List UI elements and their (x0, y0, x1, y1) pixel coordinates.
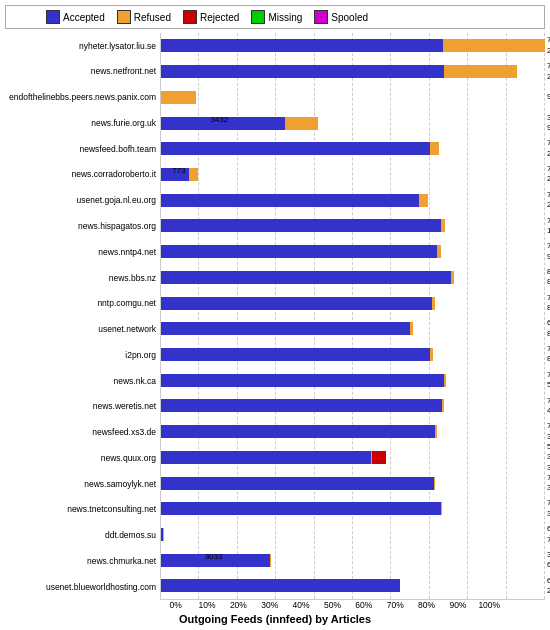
bar-segment (435, 425, 436, 438)
legend-color-box (251, 10, 265, 24)
bar-segment (161, 322, 410, 335)
bar-segment (161, 297, 432, 310)
y-label: usenet.network (98, 319, 156, 339)
x-label: 0% (160, 600, 191, 610)
bar-row: 7767137 (161, 217, 545, 235)
bar-row: 804488 (161, 268, 545, 286)
y-label: news.netfront.net (91, 62, 156, 82)
bar-segment (161, 39, 443, 52)
bar-segment (161, 399, 442, 412)
bar-inside-label: 773 (172, 166, 185, 175)
bar-inside-label: 3432 (210, 115, 228, 124)
y-label: news.quux.org (101, 448, 156, 468)
y-label: news.tnetconsulting.net (67, 500, 156, 520)
bar-inside-label: 3033 (205, 552, 223, 561)
y-label: news.samoylyk.net (84, 474, 156, 494)
x-label: 70% (380, 600, 411, 610)
bar-row: 78322836 (161, 37, 545, 55)
bar-segment (161, 374, 444, 387)
x-label: 60% (348, 600, 379, 610)
legend-item: Spooled (314, 10, 368, 24)
legend-label: Refused (134, 12, 171, 23)
bar-segment (161, 65, 444, 78)
y-label: news.weretis.net (93, 397, 156, 417)
x-label: 90% (442, 600, 473, 610)
x-axis-labels: 0%10%20%30%40%50%60%70%80%90%100% (5, 600, 545, 610)
legend-color-box (183, 10, 197, 24)
legend-item: Accepted (46, 10, 105, 24)
legend-label: Accepted (63, 12, 105, 23)
y-label: newsfeed.xs3.de (92, 422, 156, 442)
x-label: 50% (317, 600, 348, 610)
bar-segment (161, 194, 419, 207)
y-label: nntp.comgu.net (97, 294, 156, 314)
bar-segment (161, 245, 437, 258)
legend-color-box (117, 10, 131, 24)
legend-color-box (46, 10, 60, 24)
bar-segment (442, 399, 444, 412)
bar-segment (161, 451, 371, 464)
legend-label: Rejected (200, 12, 239, 23)
bar-segment (372, 451, 386, 464)
legend-item: Missing (251, 10, 302, 24)
y-label: endofthelinebbs.peers.news.panix.com (9, 87, 156, 107)
y-label: usenet.blueworldhosting.com (46, 577, 156, 597)
bar-row: 34329353432 (161, 114, 545, 132)
bar-row: 781947 (161, 397, 545, 415)
bar-segment (410, 322, 413, 335)
legend-label: Missing (268, 12, 302, 23)
y-labels: nyheter.lysator.liu.senews.netfront.nete… (5, 33, 160, 600)
bar-segment (161, 348, 430, 361)
bars-and-grid: 7832283678532026972343293534327461264773… (160, 33, 545, 600)
x-label: 30% (254, 600, 285, 610)
chart-area: nyheter.lysator.liu.senews.netfront.nete… (5, 33, 545, 625)
bar-row: 762238 (161, 423, 545, 441)
bar-row: 785553 (161, 371, 545, 389)
bar-row: 647 (161, 526, 545, 544)
x-label: 80% (411, 600, 442, 610)
x-label: 100% (474, 600, 505, 610)
bar-segment (161, 502, 441, 515)
legend-label: Spooled (331, 12, 368, 23)
bar-segment (432, 297, 435, 310)
y-label: nyheter.lysator.liu.se (79, 36, 156, 56)
legend-item: Refused (117, 10, 171, 24)
x-label: 40% (285, 600, 316, 610)
y-label: news.chmurka.net (87, 551, 156, 571)
y-label: ddt.demos.su (105, 525, 156, 545)
bar-row: 753483 (161, 294, 545, 312)
bar-row: 78532026 (161, 63, 545, 81)
bar-segment (451, 271, 454, 284)
bar-segment (434, 477, 435, 490)
bar-segment (441, 219, 446, 232)
y-label: news.furie.org.uk (91, 113, 156, 133)
bar-segment (161, 219, 441, 232)
x-label: 10% (191, 600, 222, 610)
bar-row: 66462 (161, 577, 545, 595)
bar-segment (189, 168, 198, 181)
y-label: usenet.goja.nl.eu.org (77, 190, 156, 210)
y-label: news.nk.ca (113, 371, 156, 391)
bar-row: 773257773 (161, 165, 545, 183)
bars-section: nyheter.lysator.liu.senews.netfront.nete… (5, 33, 545, 600)
bar-segment (285, 117, 319, 130)
bar-segment (444, 374, 446, 387)
bar-segment (419, 194, 428, 207)
legend-item: Rejected (183, 10, 239, 24)
y-label: news.hispagatos.org (78, 216, 156, 236)
y-label: newsfeed.bofh.team (79, 139, 156, 159)
bar-segment (161, 271, 451, 284)
bar-row: 758535 (161, 474, 545, 492)
bar-row: 7172253 (161, 191, 545, 209)
chart-title: Outgoing Feeds (innfeed) by Articles (5, 610, 545, 625)
bar-row: 583537390 (161, 448, 545, 466)
bar-segment (441, 502, 442, 515)
bar-row: 690783 (161, 320, 545, 338)
bar-segment (161, 425, 435, 438)
x-label: 20% (223, 600, 254, 610)
bar-row: 768199 (161, 243, 545, 261)
bar-row: 303363033 (161, 551, 545, 569)
chart-container: AcceptedRefusedRejectedMissingSpooled ny… (0, 0, 550, 630)
bar-segment (430, 142, 440, 155)
legend-color-box (314, 10, 328, 24)
